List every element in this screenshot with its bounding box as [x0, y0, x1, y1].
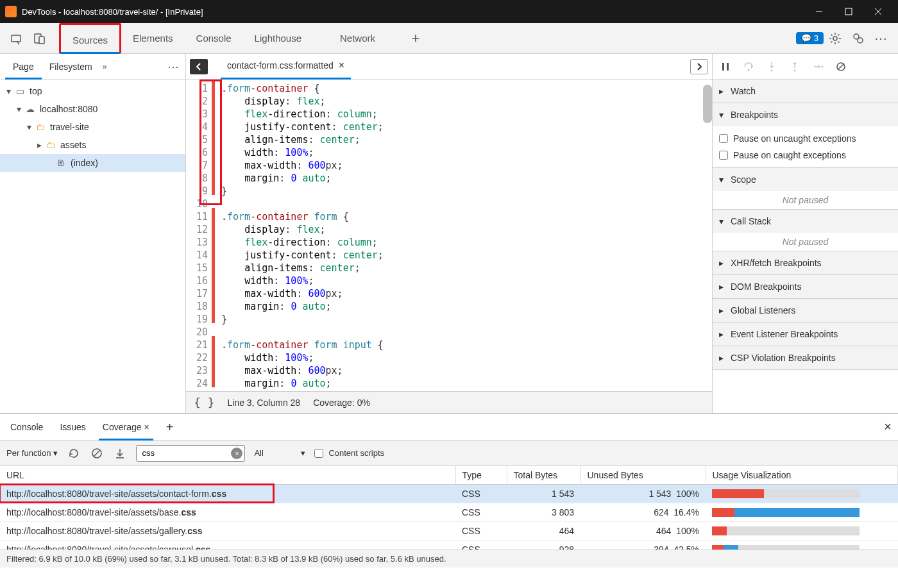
- tree-label: localhost:8080: [40, 104, 97, 114]
- drawer-tab-console[interactable]: Console: [6, 414, 47, 441]
- col-type[interactable]: Type: [455, 466, 507, 485]
- svg-point-7: [833, 37, 837, 40]
- more-tabs-icon[interactable]: »: [103, 62, 107, 71]
- section-label: Global Listeners: [731, 305, 795, 315]
- type-filter-select[interactable]: All▾: [254, 448, 305, 458]
- navigator-tab-filesystem[interactable]: Filesystem: [42, 54, 100, 80]
- clear-filter-icon[interactable]: ×: [231, 448, 242, 459]
- tab-network[interactable]: Network: [328, 23, 387, 54]
- drawer-tab-coverage[interactable]: Coverage ×: [99, 414, 153, 441]
- url-filter: ×: [136, 445, 245, 462]
- svg-point-16: [794, 69, 796, 71]
- section-label: DOM Breakpoints: [731, 281, 801, 292]
- content-scripts-checkbox[interactable]: [314, 449, 323, 458]
- issues-badge[interactable]: 💬3: [796, 32, 824, 44]
- step-out-button[interactable]: [787, 59, 802, 74]
- more-icon[interactable]: ⋯: [872, 29, 891, 48]
- section-xhr[interactable]: ▸XHR/fetch Breakpoints: [713, 251, 898, 274]
- tab-console[interactable]: Console: [185, 23, 243, 54]
- reload-button[interactable]: [67, 446, 81, 460]
- export-button[interactable]: [113, 446, 127, 460]
- step-into-button[interactable]: [764, 59, 779, 74]
- checkbox-label: Pause on caught exceptions: [733, 150, 846, 160]
- add-tab-button[interactable]: +: [406, 29, 425, 48]
- cell-url: http://localhost:8080/travel-site/assets…: [0, 485, 455, 503]
- svg-point-12: [748, 69, 750, 71]
- folder-icon: 🗀: [35, 121, 46, 133]
- line-numbers: 123456789101112131415161718192021222324: [186, 80, 212, 391]
- coverage-type-select[interactable]: Per function▾: [6, 448, 58, 458]
- section-label: Breakpoints: [731, 110, 778, 120]
- coverage-row[interactable]: http://localhost:8080/travel-site/assets…: [0, 485, 898, 503]
- tab-lighthouse[interactable]: Lighthouse: [243, 23, 313, 54]
- clear-button[interactable]: [90, 446, 104, 460]
- tree-item-host[interactable]: ▾☁︎localhost:8080: [0, 100, 185, 118]
- close-tab-icon[interactable]: ×: [339, 53, 344, 78]
- select-label: Per function: [6, 448, 51, 458]
- tree-label: assets: [60, 140, 86, 150]
- code-content[interactable]: .form-container { display: flex; flex-di…: [215, 80, 712, 391]
- pause-button[interactable]: [718, 59, 733, 74]
- drawer-tab-issues[interactable]: Issues: [56, 414, 89, 441]
- editor-tab[interactable]: contact-form.css:formatted×: [221, 54, 351, 80]
- coverage-footer: Filtered: 6.9 kB of 10.0 kB (69%) used s…: [0, 550, 898, 567]
- section-event[interactable]: ▸Event Listener Breakpoints: [713, 323, 898, 346]
- deactivate-breakpoints-button[interactable]: [833, 59, 849, 74]
- editor-scrollbar[interactable]: [703, 85, 712, 123]
- coverage-row[interactable]: http://localhost:8080/travel-site/assets…: [0, 522, 898, 541]
- tab-sources[interactable]: Sources: [59, 23, 121, 54]
- tree-item-top[interactable]: ▾▭top: [0, 82, 185, 100]
- settings-icon[interactable]: [826, 29, 845, 48]
- pause-uncaught-checkbox[interactable]: [719, 134, 728, 143]
- tree-item-index[interactable]: 🗎(index): [0, 154, 185, 172]
- section-dom[interactable]: ▸DOM Breakpoints: [713, 275, 898, 298]
- col-viz[interactable]: Usage Visualization: [706, 466, 898, 485]
- close-button[interactable]: [863, 0, 893, 23]
- pretty-print-button[interactable]: { }: [194, 396, 215, 409]
- section-global[interactable]: ▸Global Listeners: [713, 299, 898, 322]
- coverage-toolbar: Per function▾ × All▾ Content scripts: [0, 441, 898, 466]
- checkbox-label: Pause on uncaught exceptions: [733, 133, 856, 144]
- close-drawer-icon[interactable]: ×: [884, 419, 892, 434]
- col-unused[interactable]: Unused Bytes: [580, 466, 706, 485]
- col-url[interactable]: URL: [0, 466, 455, 485]
- navigator-tab-page[interactable]: Page: [5, 54, 42, 80]
- section-scope[interactable]: ▾Scope: [713, 168, 898, 191]
- drawer-add-tab[interactable]: +: [162, 414, 178, 441]
- maximize-button[interactable]: [834, 0, 863, 23]
- url-filter-input[interactable]: [136, 445, 245, 462]
- col-total[interactable]: Total Bytes: [507, 466, 580, 485]
- checkbox-label: Content scripts: [328, 448, 384, 458]
- device-toggle-icon[interactable]: [30, 29, 49, 48]
- navigate-back-button[interactable]: [190, 59, 208, 74]
- cell-viz: [706, 485, 898, 503]
- tree-item-folder[interactable]: ▾🗀travel-site: [0, 118, 185, 136]
- tab-elements[interactable]: Elements: [121, 23, 185, 54]
- pause-caught-checkbox[interactable]: [719, 151, 728, 160]
- code-editor[interactable]: 123456789101112131415161718192021222324 …: [186, 80, 712, 391]
- section-callstack[interactable]: ▾Call Stack: [713, 210, 898, 233]
- close-coverage-icon[interactable]: ×: [144, 422, 149, 432]
- svg-line-20: [838, 63, 844, 70]
- step-button[interactable]: [810, 59, 826, 74]
- minimize-button[interactable]: [804, 0, 834, 23]
- step-over-button[interactable]: [741, 59, 756, 74]
- svg-rect-10: [722, 63, 724, 71]
- activity-icon[interactable]: [849, 29, 868, 48]
- svg-rect-4: [12, 35, 21, 42]
- inspect-icon[interactable]: [7, 29, 26, 48]
- tree-item-assets[interactable]: ▸🗀assets: [0, 136, 185, 154]
- debugger-toolbar: [713, 54, 898, 80]
- cursor-position: Line 3, Column 28: [228, 398, 301, 408]
- navigator-more-icon[interactable]: ⋯: [167, 60, 180, 74]
- tree-label: (index): [71, 158, 98, 168]
- expand-editor-icon[interactable]: [690, 59, 708, 74]
- coverage-row[interactable]: http://localhost:8080/travel-site/assets…: [0, 503, 898, 522]
- coverage-row[interactable]: http://localhost:8080/travel-site/assets…: [0, 541, 898, 550]
- section-breakpoints[interactable]: ▾Breakpoints: [713, 103, 898, 126]
- callstack-body: Not paused: [713, 233, 898, 251]
- section-watch[interactable]: ▸Watch: [713, 80, 898, 103]
- coverage-table-wrap: URL Type Total Bytes Unused Bytes Usage …: [0, 466, 898, 550]
- section-csp[interactable]: ▸CSP Violation Breakpoints: [713, 346, 898, 369]
- svg-line-22: [94, 450, 100, 457]
